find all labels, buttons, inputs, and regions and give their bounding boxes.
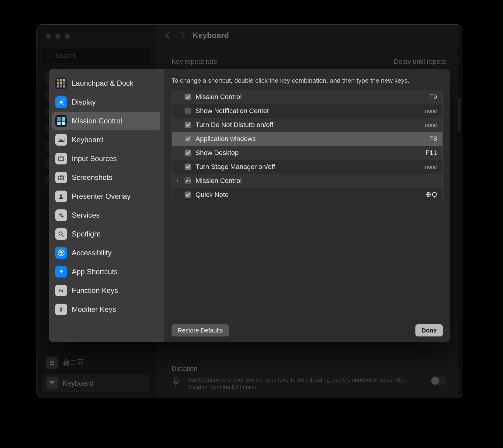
input-icon [55, 153, 67, 164]
sidebar-keyboard-label: Keyboard [62, 379, 94, 388]
fn-icon: fn [55, 285, 67, 296]
category-item[interactable]: Launchpad & Dock [52, 74, 160, 92]
svg-rect-7 [52, 382, 53, 383]
back-icon[interactable] [164, 31, 171, 40]
category-item[interactable]: App Shortcuts [52, 263, 160, 281]
shortcut-row[interactable]: Application windowsF8 [172, 132, 442, 146]
done-button[interactable]: Done [415, 324, 443, 336]
shortcut-checkbox[interactable] [185, 177, 191, 184]
keyboard-icon [46, 377, 58, 389]
shortcut-label: Mission Control [196, 93, 425, 101]
modifier-icon [55, 304, 67, 315]
forward-icon[interactable] [180, 31, 186, 40]
shortcut-label: Show Desktop [196, 149, 421, 157]
minimize-dot[interactable] [55, 34, 61, 39]
shortcut-checkbox[interactable] [185, 191, 191, 198]
mission-icon [55, 115, 67, 127]
category-item[interactable]: fnFunction Keys [52, 281, 160, 300]
user-icon [55, 191, 67, 202]
shortcut-checkbox[interactable] [185, 150, 191, 156]
shortcut-checkbox[interactable] [185, 108, 191, 114]
shortcut-checkbox[interactable] [185, 94, 191, 100]
search-input[interactable] [55, 52, 146, 60]
shortcut-label: Show Notification Center [196, 107, 421, 115]
shortcut-label: Turn Do Not Disturb on/off [196, 121, 421, 129]
shortcut-key[interactable]: F9 [429, 93, 437, 101]
shortcut-row[interactable]: Turn Do Not Disturb on/offnone [172, 118, 442, 132]
svg-line-17 [59, 100, 59, 100]
category-item[interactable]: Screenshots [52, 168, 160, 187]
category-item[interactable]: Display [52, 93, 160, 111]
shortcut-key[interactable]: none [425, 164, 437, 170]
dictation-title: Dictation [172, 365, 446, 373]
shortcut-key[interactable]: Q [425, 191, 437, 199]
shortcut-row[interactable]: Mission ControlF9 [172, 90, 442, 104]
user-icon [46, 357, 58, 369]
category-item[interactable]: Spotlight [52, 225, 160, 243]
category-item[interactable]: Keyboard [52, 131, 160, 149]
category-item[interactable]: Modifier Keys [52, 300, 160, 319]
svg-point-31 [60, 177, 62, 179]
shortcut-row[interactable]: Quick NoteQ [172, 188, 442, 202]
svg-line-18 [63, 104, 64, 105]
appstore-icon [55, 266, 67, 277]
category-label: Mission Control [72, 117, 122, 125]
gears-icon [55, 209, 67, 221]
shortcut-key[interactable]: none [425, 122, 437, 128]
shortcut-row[interactable]: Show Notification Centernone [172, 104, 442, 118]
svg-point-36 [59, 232, 62, 235]
svg-line-37 [62, 235, 64, 237]
svg-rect-8 [54, 382, 54, 383]
shortcut-row[interactable]: Show DesktopF11 [172, 146, 442, 160]
category-label: Function Keys [72, 286, 118, 295]
shortcut-checkbox[interactable] [185, 122, 191, 128]
sidebar-item-keyboard[interactable]: Keyboard [42, 374, 150, 392]
category-item[interactable]: Input Sources [52, 150, 160, 168]
shortcut-label: Quick Note [196, 191, 421, 199]
svg-point-33 [60, 195, 62, 197]
svg-rect-24 [61, 139, 62, 140]
svg-line-19 [59, 104, 59, 105]
svg-rect-9 [50, 384, 54, 384]
category-item[interactable]: Services [52, 206, 160, 224]
category-label: Modifier Keys [72, 305, 116, 314]
category-label: Spotlight [72, 230, 100, 238]
accessibility-icon [55, 247, 67, 259]
scrollbar-thumb[interactable] [458, 98, 460, 131]
search-icon [46, 53, 52, 59]
category-item[interactable]: Accessibility [52, 244, 160, 262]
category-item[interactable]: Mission Control [52, 112, 160, 130]
shortcut-checkbox[interactable] [185, 136, 191, 142]
dictation-toggle[interactable] [431, 376, 446, 385]
spotlight-icon [55, 228, 67, 240]
keyboard-icon [55, 134, 67, 146]
sidebar-item-user[interactable]: 豌二豆 [42, 353, 150, 372]
category-item[interactable]: Presenter Overlay [52, 187, 160, 205]
shortcut-row[interactable]: ›Mission Control [172, 174, 442, 188]
svg-point-39 [61, 251, 61, 252]
search-field[interactable] [42, 49, 150, 63]
shortcut-key[interactable]: F8 [429, 135, 437, 143]
scrollbar[interactable] [458, 28, 461, 395]
close-dot[interactable] [46, 34, 51, 39]
shortcut-row[interactable]: Turn Stage Manager on/offnone [172, 160, 442, 174]
svg-point-0 [47, 54, 50, 57]
shortcut-key[interactable]: none [425, 108, 437, 114]
shortcut-label: Application windows [196, 135, 425, 143]
svg-rect-23 [60, 139, 61, 140]
zoom-dot[interactable] [65, 34, 70, 39]
key-repeat-card: Key repeat rate Delay until repeat [164, 53, 453, 71]
category-label: App Shortcuts [72, 267, 118, 276]
shortcut-checkbox[interactable] [185, 164, 191, 170]
svg-point-3 [52, 361, 54, 363]
category-label: Launchpad & Dock [72, 79, 134, 88]
sidebar-user-label: 豌二豆 [62, 358, 84, 367]
shortcut-label: Mission Control [196, 177, 433, 185]
shortcuts-sheet: Launchpad & DockDisplayMission ControlKe… [49, 69, 450, 342]
sheet-footer: Restore Defaults Done [164, 319, 450, 342]
restore-defaults-button[interactable]: Restore Defaults [172, 324, 229, 336]
category-label: Screenshots [72, 173, 112, 182]
disclosure-icon[interactable]: › [175, 178, 180, 184]
shortcut-key[interactable]: F11 [425, 149, 437, 157]
svg-point-12 [60, 101, 63, 104]
